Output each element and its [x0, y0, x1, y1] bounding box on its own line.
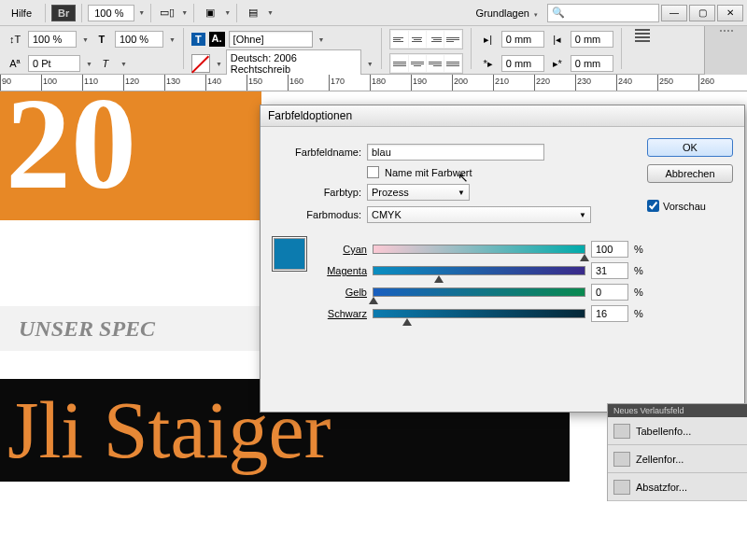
- type-label: Farbtyp:: [272, 187, 361, 198]
- yellow-value[interactable]: [591, 284, 628, 301]
- bridge-button[interactable]: Br: [51, 5, 76, 21]
- mode-label: Farbmodus:: [272, 209, 361, 220]
- zoom-level[interactable]: 100 %: [88, 5, 134, 21]
- language-select[interactable]: Deutsch: 2006 Rechtschreib: [226, 49, 361, 77]
- table-icon: [613, 424, 630, 439]
- view-options-icon[interactable]: ▭▯: [157, 3, 177, 23]
- name-with-value-label: Name mit Farbwert: [385, 167, 472, 178]
- toolbar-menu-icon[interactable]: [635, 28, 650, 43]
- indent-first[interactable]: 0 mm: [501, 55, 544, 72]
- cyan-slider[interactable]: [373, 245, 585, 254]
- indent-last-icon: ▸*: [548, 54, 567, 73]
- side-panel-dock: Neues Verlaufsfeld Tabellenfo... Zellenf…: [607, 403, 747, 501]
- scale-vert-icon[interactable]: ↕T: [6, 30, 24, 49]
- black-slider[interactable]: [373, 309, 585, 318]
- yellow-slider[interactable]: [373, 287, 585, 297]
- no-fill-icon[interactable]: [191, 54, 210, 73]
- color-type-select[interactable]: Prozess▼: [367, 184, 470, 201]
- menu-bar: Hilfe Br 100 %▼ ▭▯▼ ▣▼ ▤▼ Grundlagen ▾ 🔍…: [0, 0, 747, 26]
- gray-strip: UNSER SPEC: [0, 306, 261, 351]
- ok-button[interactable]: OK: [647, 138, 733, 157]
- table-styles-panel[interactable]: Tabellenfo...: [608, 417, 747, 445]
- color-swatch-preview: [272, 236, 307, 272]
- baseline-icon[interactable]: Aª: [6, 54, 24, 73]
- indent-last[interactable]: 0 mm: [571, 55, 613, 72]
- swatch-name-input[interactable]: [367, 144, 544, 161]
- char-style-icon[interactable]: T: [191, 33, 205, 46]
- big-number: 20: [6, 78, 261, 209]
- minimize-button[interactable]: —: [661, 5, 687, 21]
- menu-help[interactable]: Hilfe: [4, 4, 39, 22]
- cell-icon: [613, 452, 630, 467]
- black-value[interactable]: [591, 305, 628, 322]
- color-mode-select[interactable]: CMYK▼: [367, 206, 591, 223]
- char-style[interactable]: [Ohne]: [229, 31, 313, 48]
- skew-icon[interactable]: T: [96, 54, 115, 73]
- baseline-shift[interactable]: 0 Pt: [28, 55, 80, 72]
- orange-block: 20: [0, 91, 261, 220]
- close-button[interactable]: ✕: [717, 5, 743, 21]
- preview-checkbox[interactable]: Vorschau: [647, 200, 733, 212]
- magenta-value[interactable]: [591, 262, 628, 279]
- indent-first-icon: *▸: [479, 54, 498, 73]
- para-styles-panel[interactable]: Absatzfor...: [608, 473, 747, 501]
- underline-icon[interactable]: A.: [209, 32, 225, 47]
- black-label: Schwarz: [317, 308, 367, 319]
- cancel-button[interactable]: Abbrechen: [647, 164, 733, 183]
- dialog-title: Farbfeldoptionen: [261, 105, 744, 127]
- swatch-options-dialog: Farbfeldoptionen Farbfeldname: Name mit …: [260, 105, 745, 413]
- panel-dock-handle[interactable]: [705, 26, 747, 35]
- indent-left-icon: ▸|: [479, 30, 498, 49]
- arrange-icon[interactable]: ▤: [243, 3, 263, 23]
- cyan-label: Cyan: [317, 244, 367, 255]
- name-with-value-checkbox[interactable]: [367, 166, 379, 178]
- scale-horiz-icon[interactable]: T: [92, 30, 111, 49]
- magenta-slider[interactable]: [373, 266, 585, 275]
- maximize-button[interactable]: ▢: [689, 5, 715, 21]
- control-toolbar: ↕T 100 %▼ T 100 %▼ Aª 0 Pt▼ T▼ T A. [Ohn…: [0, 26, 747, 75]
- gray-text: UNSER SPEC: [19, 316, 155, 342]
- indent-right[interactable]: 0 mm: [571, 31, 613, 48]
- para-icon: [613, 480, 630, 495]
- magenta-label: Magenta: [317, 265, 367, 276]
- indent-left[interactable]: 0 mm: [501, 31, 544, 48]
- indent-right-icon: |◂: [548, 30, 567, 49]
- cell-styles-panel[interactable]: Zellenfor...: [608, 445, 747, 473]
- side-strip-label[interactable]: Neues Verlaufsfeld: [608, 404, 747, 417]
- para-align[interactable]: [389, 29, 463, 49]
- scale-horiz[interactable]: 100 %: [115, 31, 163, 48]
- screen-mode-icon[interactable]: ▣: [200, 3, 220, 23]
- scale-vert[interactable]: 100 %: [28, 31, 77, 48]
- yellow-label: Gelb: [317, 287, 367, 298]
- para-justify[interactable]: [389, 53, 463, 74]
- cyan-value[interactable]: [591, 241, 628, 258]
- workspace-switcher[interactable]: Grundlagen ▾: [468, 6, 545, 21]
- name-label: Farbfeldname:: [272, 147, 361, 158]
- search-input[interactable]: 🔍: [547, 4, 659, 22]
